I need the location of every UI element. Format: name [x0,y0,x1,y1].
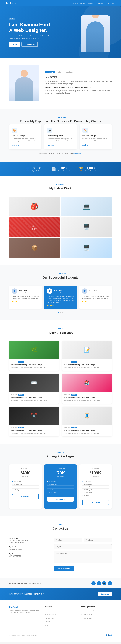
blog-date-2: Jul. 8, 2020 [11,394,17,396]
stat-num-2: 1,000 [85,166,96,170]
portfolio-item-0[interactable] [9,196,60,216]
blog-date-4: Jul. 8, 2020 [11,427,17,428]
about-title: My Story [45,76,112,79]
blog-grid: 🌿 Jul. 8, 2020 DESIGN Tips About Creatin… [9,341,112,436]
about-text1: I'm a multi-disciplinary creative. I lov… [45,80,112,85]
service-link-1[interactable]: Read More [47,144,54,146]
dot-2[interactable] [62,312,63,313]
view-portfolio-button[interactable]: View Portfolio [22,42,38,47]
form-name-group [54,538,82,542]
footer-email[interactable]: info@yoursite.com [81,614,92,615]
blog-post-title-4: Tips About Creating A New Web Design [11,430,57,432]
port-placeholder-3 [61,217,112,237]
portfolio-item-1[interactable] [61,196,112,216]
blog-post-0[interactable]: 🌿 Jul. 8, 2020 DESIGN Tips About Creatin… [9,341,59,371]
nav-portfolio[interactable]: Portfolio [97,2,103,4]
stats-section: 👤 3,000 Happy Customers 📄 320 Projects C… [0,162,121,176]
pricing-btn-0[interactable]: Get Started [12,494,39,499]
service-title-1: Web Development [47,135,74,137]
service-link-2[interactable]: Read More [82,144,89,146]
name-input[interactable] [54,538,82,542]
blog-post-title-3: Tips About Creating A New Web Design [64,396,110,398]
portfolio-title: My Latest Work [9,186,112,190]
instagram-icon[interactable]: 📷 [102,581,106,586]
pricing-feature: Development [12,483,39,486]
services-section: My Services This is My Expertise, The Se… [0,109,121,162]
test-stars-0: ★★★★★ [12,300,39,302]
pricing-btn-2[interactable]: Get Started [82,500,109,505]
hero-buttons: Hire Me View Portfolio [9,42,79,47]
footer-copy: Copyright © 2020 All rights reserved | K… [9,634,37,636]
footer-link-uiux[interactable]: UI/UX Design [45,621,53,622]
message-input[interactable] [54,551,112,563]
hire-me-button[interactable]: Hire Me [9,42,20,47]
blog-post-title-0: Tips About Creating A New Web Design [11,364,57,366]
portfolio-item-4[interactable] [9,238,60,258]
portfolio-item-5[interactable] [61,238,112,258]
blog-content-4: Jul. 8, 2020 DESIGN Tips About Creating … [9,425,59,436]
nav-blog[interactable]: Blog [105,2,109,4]
port-placeholder-1 [61,196,112,216]
pricing-badge-2: PREMIUM [82,468,109,469]
hero-image [79,12,112,52]
pricing-feature: Social Media [82,491,109,494]
footer-link-graphic[interactable]: Graphic Design [45,618,54,619]
service-link-0[interactable]: Read More [12,144,19,146]
nav-home[interactable]: Home [73,2,78,4]
dot-0[interactable] [58,312,59,313]
facebook-icon[interactable]: f [97,581,101,586]
pricing-grid: BEST VALUE $49K per month Web Design Dev… [9,464,112,509]
blog-post-5[interactable]: 🧵 Jul. 8, 2020 DESIGN Tips About Creatin… [62,406,112,436]
portfolio-item-2[interactable]: SALE %OFF [9,217,60,237]
footer-link-seo[interactable]: SEO [45,625,48,626]
nav-brand[interactable]: Ka.Ford [6,2,16,4]
about-image [9,65,39,101]
footer-contact-col: Have a Question? 203 Fake St. Mountain V… [81,606,112,628]
blog-post-2[interactable]: ⌨️ Jul. 8, 2020 DESIGN Tips About Creati… [9,374,59,404]
portfolio-item-3[interactable] [61,217,112,237]
tab-mystory[interactable]: My Story [45,71,55,74]
stat-icon-2: 🏆 [79,167,83,171]
pricing-badge-0: BEST VALUE [12,468,39,469]
nav-services[interactable]: Services [88,2,94,4]
blog-post-1[interactable]: 📝 Jul. 8, 2020 DESIGN Tips About Creatin… [62,341,112,371]
testimonial-2: 👤 Roger Scott Web Developer Far far away… [79,286,112,309]
footer-address[interactable]: 203 Fake St. Mountain View, SF [81,610,100,612]
footer-link-webdesign[interactable]: Web Design [45,610,52,612]
pricing-price-2: $109K [82,470,109,476]
blog-img-3: 📚 [62,374,112,392]
pricing-feature: Development [47,483,74,486]
pricing-features-2: Web Design Development SEO Optimization … [82,480,109,497]
tab-skills[interactable]: Skills [56,71,63,74]
blog-post-4[interactable]: ✂️ Jul. 8, 2020 DESIGN Tips About Creati… [9,406,59,436]
form-subject-group [54,544,112,549]
contact-email-label: My Email [9,546,48,548]
dot-1[interactable] [60,312,61,313]
about-person-head [21,70,28,77]
blog-meta-3: Jul. 8, 2020 DESIGN [64,394,110,396]
blog-post-title-5: Tips About Creating A New Web Design [64,430,110,432]
footer-grid: Ka.Ford Far far away, behind the word mo… [9,606,112,628]
form-message-group [54,551,112,564]
services-cta-link[interactable]: Contact Me [73,152,81,154]
stat-label-1: Projects Completed [58,170,70,172]
blog-post-3[interactable]: 📚 Jul. 8, 2020 DESIGN Tips About Creatin… [62,374,112,404]
twitter-icon[interactable]: 𝕏 [91,581,96,586]
tab-experience[interactable]: Experience [64,71,74,74]
footer-link-webdev[interactable]: Web Development [45,614,56,615]
nav-help[interactable]: Help [111,2,115,4]
contact-phone-value: +1 (203) 555-0183 [9,555,48,557]
contact-label: Contact [9,524,112,525]
blog-meta-4: Jul. 8, 2020 DESIGN [11,427,57,428]
email-input[interactable] [84,538,112,542]
contact-phone-label: My Phone [9,553,48,555]
blog-post-text-1: A small river named Duden flows by their… [64,367,110,368]
cta-button[interactable]: Contact Us [98,592,112,596]
contact-address-value: 203 Fake St. Mountain View,San Francisco… [9,540,48,543]
subject-input[interactable] [54,544,112,549]
nav-about[interactable]: About [80,2,85,4]
footer-phone[interactable]: +1 (203) 555-0183 [81,618,92,619]
linkedin-icon[interactable]: in [108,581,112,586]
submit-button[interactable]: Send Message [54,566,74,571]
pricing-btn-1[interactable]: Get Started [47,497,74,502]
